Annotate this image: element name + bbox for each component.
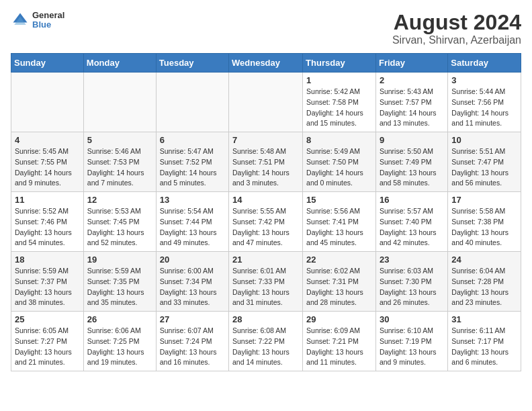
calendar-cell: 25Sunrise: 6:05 AM Sunset: 7:27 PM Dayli… (11, 312, 84, 371)
day-info: Sunrise: 6:07 AM Sunset: 7:24 PM Dayligh… (160, 326, 225, 368)
calendar-cell: 11Sunrise: 5:52 AM Sunset: 7:46 PM Dayli… (11, 192, 84, 252)
header: General Blue August 2024 Sirvan, Shirvan… (11, 11, 521, 46)
day-info: Sunrise: 6:11 AM Sunset: 7:17 PM Dayligh… (451, 326, 517, 368)
day-info: Sunrise: 6:09 AM Sunset: 7:21 PM Dayligh… (306, 326, 372, 368)
calendar-cell: 1Sunrise: 5:42 AM Sunset: 7:58 PM Daylig… (303, 73, 376, 132)
calendar-cell: 19Sunrise: 5:59 AM Sunset: 7:35 PM Dayli… (83, 252, 156, 312)
day-number: 12 (87, 195, 152, 205)
day-number: 9 (380, 135, 444, 145)
day-number: 6 (160, 135, 225, 145)
day-info: Sunrise: 5:44 AM Sunset: 7:56 PM Dayligh… (451, 87, 517, 129)
day-info: Sunrise: 5:45 AM Sunset: 7:55 PM Dayligh… (15, 146, 80, 189)
day-number: 25 (15, 314, 80, 324)
calendar-cell: 20Sunrise: 6:00 AM Sunset: 7:34 PM Dayli… (156, 252, 228, 312)
weekday-header-thursday: Thursday (303, 54, 376, 73)
calendar-cell: 26Sunrise: 6:06 AM Sunset: 7:25 PM Dayli… (83, 312, 156, 371)
logo-line2: Blue (32, 20, 64, 30)
day-number: 13 (160, 195, 225, 205)
day-number: 24 (451, 255, 517, 265)
day-info: Sunrise: 6:10 AM Sunset: 7:19 PM Dayligh… (380, 326, 444, 368)
day-number: 4 (15, 135, 80, 145)
calendar-cell: 17Sunrise: 5:58 AM Sunset: 7:38 PM Dayli… (448, 192, 521, 252)
day-number: 14 (232, 195, 299, 205)
calendar-cell: 28Sunrise: 6:08 AM Sunset: 7:22 PM Dayli… (229, 312, 303, 371)
logo-icon (11, 11, 30, 30)
day-info: Sunrise: 5:50 AM Sunset: 7:49 PM Dayligh… (380, 146, 444, 189)
day-number: 8 (306, 135, 372, 145)
day-info: Sunrise: 6:03 AM Sunset: 7:30 PM Dayligh… (380, 266, 444, 308)
day-info: Sunrise: 5:48 AM Sunset: 7:51 PM Dayligh… (232, 146, 299, 189)
day-number: 31 (451, 314, 517, 324)
calendar-cell: 30Sunrise: 6:10 AM Sunset: 7:19 PM Dayli… (375, 312, 447, 371)
day-number: 15 (306, 195, 372, 205)
calendar-cell: 5Sunrise: 5:46 AM Sunset: 7:53 PM Daylig… (83, 132, 156, 192)
calendar-cell: 6Sunrise: 5:47 AM Sunset: 7:52 PM Daylig… (156, 132, 228, 192)
day-info: Sunrise: 5:57 AM Sunset: 7:40 PM Dayligh… (380, 206, 444, 248)
day-number: 17 (451, 195, 517, 205)
calendar-cell: 13Sunrise: 5:54 AM Sunset: 7:44 PM Dayli… (156, 192, 228, 252)
logo-line1: General (32, 11, 64, 20)
day-info: Sunrise: 5:56 AM Sunset: 7:41 PM Dayligh… (306, 206, 372, 248)
calendar-table: SundayMondayTuesdayWednesdayThursdayFrid… (11, 53, 521, 371)
calendar-cell: 22Sunrise: 6:02 AM Sunset: 7:31 PM Dayli… (303, 252, 376, 312)
day-number: 2 (380, 75, 444, 85)
day-number: 22 (306, 255, 372, 265)
calendar-cell: 12Sunrise: 5:53 AM Sunset: 7:45 PM Dayli… (83, 192, 156, 252)
day-info: Sunrise: 5:49 AM Sunset: 7:50 PM Dayligh… (306, 146, 372, 189)
weekday-header-saturday: Saturday (448, 54, 521, 73)
day-info: Sunrise: 6:01 AM Sunset: 7:33 PM Dayligh… (232, 266, 299, 308)
day-info: Sunrise: 6:04 AM Sunset: 7:28 PM Dayligh… (451, 266, 517, 308)
calendar-cell: 15Sunrise: 5:56 AM Sunset: 7:41 PM Dayli… (303, 192, 376, 252)
day-info: Sunrise: 6:06 AM Sunset: 7:25 PM Dayligh… (87, 326, 152, 368)
day-number: 1 (306, 75, 372, 85)
day-info: Sunrise: 5:54 AM Sunset: 7:44 PM Dayligh… (160, 206, 225, 248)
day-info: Sunrise: 5:59 AM Sunset: 7:35 PM Dayligh… (87, 266, 152, 308)
calendar-cell: 9Sunrise: 5:50 AM Sunset: 7:49 PM Daylig… (375, 132, 447, 192)
day-number: 16 (380, 195, 444, 205)
weekday-header-wednesday: Wednesday (229, 54, 303, 73)
day-info: Sunrise: 5:47 AM Sunset: 7:52 PM Dayligh… (160, 146, 225, 189)
day-info: Sunrise: 5:59 AM Sunset: 7:37 PM Dayligh… (15, 266, 80, 308)
day-info: Sunrise: 6:02 AM Sunset: 7:31 PM Dayligh… (306, 266, 372, 308)
calendar-cell: 27Sunrise: 6:07 AM Sunset: 7:24 PM Dayli… (156, 312, 228, 371)
calendar-cell: 21Sunrise: 6:01 AM Sunset: 7:33 PM Dayli… (229, 252, 303, 312)
calendar-cell (229, 73, 303, 132)
weekday-header-monday: Monday (83, 54, 156, 73)
weekday-header-sunday: Sunday (11, 54, 84, 73)
day-number: 27 (160, 314, 225, 324)
calendar-cell (11, 73, 84, 132)
day-number: 20 (160, 255, 225, 265)
calendar-cell: 29Sunrise: 6:09 AM Sunset: 7:21 PM Dayli… (303, 312, 376, 371)
calendar-week-row: 4Sunrise: 5:45 AM Sunset: 7:55 PM Daylig… (11, 132, 521, 192)
day-info: Sunrise: 6:05 AM Sunset: 7:27 PM Dayligh… (15, 326, 80, 368)
weekday-header-friday: Friday (375, 54, 447, 73)
calendar-week-row: 25Sunrise: 6:05 AM Sunset: 7:27 PM Dayli… (11, 312, 521, 371)
title-area: August 2024 Sirvan, Shirvan, Azerbaijan (392, 11, 521, 46)
day-info: Sunrise: 5:51 AM Sunset: 7:47 PM Dayligh… (451, 146, 517, 189)
calendar-title: August 2024 (392, 11, 521, 34)
calendar-cell: 4Sunrise: 5:45 AM Sunset: 7:55 PM Daylig… (11, 132, 84, 192)
day-number: 21 (232, 255, 299, 265)
day-number: 7 (232, 135, 299, 145)
calendar-cell: 3Sunrise: 5:44 AM Sunset: 7:56 PM Daylig… (448, 73, 521, 132)
day-number: 26 (87, 314, 152, 324)
day-info: Sunrise: 5:55 AM Sunset: 7:42 PM Dayligh… (232, 206, 299, 248)
day-number: 23 (380, 255, 444, 265)
day-number: 29 (306, 314, 372, 324)
day-number: 5 (87, 135, 152, 145)
calendar-cell: 8Sunrise: 5:49 AM Sunset: 7:50 PM Daylig… (303, 132, 376, 192)
calendar-cell: 14Sunrise: 5:55 AM Sunset: 7:42 PM Dayli… (229, 192, 303, 252)
day-info: Sunrise: 5:43 AM Sunset: 7:57 PM Dayligh… (380, 87, 444, 129)
day-number: 18 (15, 255, 80, 265)
calendar-cell: 24Sunrise: 6:04 AM Sunset: 7:28 PM Dayli… (448, 252, 521, 312)
calendar-week-row: 18Sunrise: 5:59 AM Sunset: 7:37 PM Dayli… (11, 252, 521, 312)
day-info: Sunrise: 5:58 AM Sunset: 7:38 PM Dayligh… (451, 206, 517, 248)
day-info: Sunrise: 5:42 AM Sunset: 7:58 PM Dayligh… (306, 87, 372, 129)
day-info: Sunrise: 6:08 AM Sunset: 7:22 PM Dayligh… (232, 326, 299, 368)
day-number: 11 (15, 195, 80, 205)
calendar-cell (83, 73, 156, 132)
logo: General Blue (11, 11, 64, 30)
calendar-cell: 7Sunrise: 5:48 AM Sunset: 7:51 PM Daylig… (229, 132, 303, 192)
calendar-subtitle: Sirvan, Shirvan, Azerbaijan (392, 34, 521, 46)
calendar-cell: 10Sunrise: 5:51 AM Sunset: 7:47 PM Dayli… (448, 132, 521, 192)
